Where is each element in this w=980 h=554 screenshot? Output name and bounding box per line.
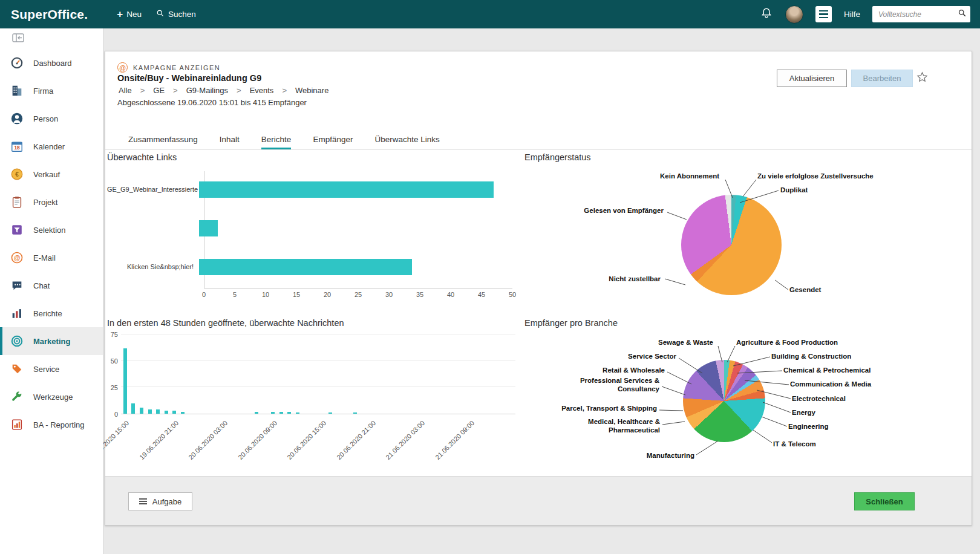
- x-axis-tick-label: 21.06.2020 03:00: [384, 419, 426, 461]
- task-button-label: Aufgabe: [152, 497, 181, 506]
- x-axis-tick-label: 25: [354, 291, 362, 298]
- industry-title: Empfänger pro Branche: [524, 318, 618, 328]
- sidebar-item-firma[interactable]: Firma: [0, 77, 103, 105]
- sidebar-item-service[interactable]: Service: [0, 355, 103, 383]
- x-axis-tick-label: 45: [478, 291, 485, 298]
- breadcrumb-separator: >: [282, 86, 287, 95]
- superoffice-logo[interactable]: SuperOffice.: [11, 7, 88, 22]
- sidebar-label: Person: [33, 114, 58, 123]
- x-axis-tick-label: 20.06.2020 09:00: [237, 419, 278, 461]
- sidebar-label: Verkauf: [33, 170, 60, 179]
- close-button[interactable]: Schließen: [854, 492, 915, 510]
- breadcrumb-separator: >: [173, 86, 178, 95]
- tab-empfaenger[interactable]: Empfänger: [313, 135, 353, 149]
- sidebar-label: Service: [33, 365, 59, 374]
- sidebar-item-projekt[interactable]: Projekt: [0, 188, 103, 216]
- edit-button[interactable]: Bearbeiten: [851, 70, 913, 87]
- sidebar-label: Firma: [33, 86, 53, 96]
- favorite-star-icon[interactable]: [916, 71, 929, 86]
- card-footer: Aufgabe Schließen: [105, 476, 972, 525]
- sidebar-item-person[interactable]: Person: [0, 105, 103, 132]
- campaign-title: Onsite/Buy - Webinareinladung G9: [117, 73, 261, 83]
- vbar-bar: [255, 412, 258, 414]
- sidebar-collapse-button[interactable]: [0, 28, 103, 49]
- x-axis-tick-label: 20.06.2020 21:00: [335, 419, 377, 461]
- sidebar-item-werkzeuge[interactable]: Werkzeuge: [0, 383, 103, 411]
- hbar-track: [199, 220, 512, 236]
- search-menu-button[interactable]: Suchen: [156, 9, 196, 19]
- sidebar-item-email[interactable]: @ E-Mail: [0, 244, 103, 272]
- pie-label-manufacturing: Manufacturing: [610, 452, 694, 460]
- tracked-links-chart: GE_G9_Webinar_InteressierteKlicken Sie&n…: [107, 170, 518, 299]
- tracked-links-axis: 05101520253035404550: [204, 288, 512, 299]
- vbar-bar: [140, 408, 143, 414]
- new-button-label: Neu: [126, 10, 142, 19]
- x-axis-tick-label: 30: [385, 291, 393, 298]
- pie-label-it-telecom: IT & Telecom: [773, 440, 816, 449]
- tab-zusammenfassung[interactable]: Zusammenfassung: [128, 135, 198, 149]
- help-link[interactable]: Hilfe: [844, 10, 860, 19]
- vbar-bar: [123, 348, 127, 414]
- breadcrumb: Alle>GE>G9-Mailings>Events>Webinare: [119, 86, 328, 95]
- pie-label-nicht-zustellbar: Nicht zustellbar: [582, 275, 661, 284]
- tab-berichte[interactable]: Berichte: [261, 135, 292, 149]
- sidebar-item-selektion[interactable]: Selektion: [0, 216, 103, 244]
- recipient-status-panel: Kein Abonnement Zu viele erfolglose Zust…: [524, 166, 969, 318]
- email-at-icon: @: [10, 250, 24, 265]
- breadcrumb-item[interactable]: Events: [250, 86, 274, 95]
- tab-ueberwachte-links[interactable]: Überwachte Links: [374, 135, 439, 149]
- x-axis-tick-label: 20.06.2020 15:00: [286, 419, 327, 461]
- hbar-bar: [199, 181, 494, 198]
- breadcrumb-item[interactable]: GE: [153, 86, 165, 95]
- breadcrumb-item[interactable]: Webinare: [295, 86, 328, 95]
- vbar-bar: [156, 409, 160, 414]
- top-bar: SuperOffice. + Neu Suchen Hilfe: [0, 0, 980, 28]
- sidebar-item-dashboard[interactable]: Dashboard: [0, 49, 103, 77]
- tab-inhalt[interactable]: Inhalt: [220, 135, 240, 149]
- campaign-panel: KAMPAGNE ANZEIGEN Onsite/Buy - Webinarei…: [105, 51, 972, 526]
- dashboard-gauge-icon: [10, 56, 24, 70]
- sidebar-item-berichte[interactable]: Berichte: [0, 299, 103, 327]
- branche-pie: [683, 360, 765, 442]
- x-axis-tick-label: 20.06.2020 03:00: [187, 419, 229, 461]
- refresh-button[interactable]: Aktualisieren: [777, 70, 847, 87]
- sidebar-label: Werkzeuge: [33, 393, 73, 402]
- fulltext-search-box: [872, 6, 970, 22]
- marketing-target-icon: [10, 334, 24, 348]
- pie-label-electrotechnical: Electrotechnical: [792, 395, 846, 403]
- vbar-bar: [148, 409, 152, 414]
- sales-coin-icon: €: [10, 167, 24, 181]
- sidebar-label: Selektion: [33, 226, 65, 235]
- app-menu-icon[interactable]: [815, 6, 832, 22]
- campaign-tabs: Zusammenfassung Inhalt Berichte Empfänge…: [105, 130, 972, 150]
- sidebar-item-verkauf[interactable]: € Verkauf: [0, 160, 103, 188]
- sidebar-item-marketing[interactable]: Marketing: [0, 327, 103, 355]
- sidebar-item-chat[interactable]: Chat: [0, 272, 103, 299]
- hbar-category-label: Klicken Sie&nbsp;hier!: [107, 263, 199, 270]
- sidebar-item-kalender[interactable]: 18 Kalender: [0, 132, 103, 160]
- company-building-icon: [10, 83, 24, 98]
- x-axis-tick-label: 10: [262, 291, 269, 298]
- notifications-bell-icon[interactable]: [760, 7, 773, 22]
- breadcrumb-item[interactable]: G9-Mailings: [186, 86, 228, 95]
- x-axis-tick-label: 0: [202, 291, 206, 298]
- x-axis-tick-label: 15: [293, 291, 300, 298]
- svg-text:@: @: [14, 254, 21, 261]
- breadcrumb-separator: >: [140, 86, 145, 95]
- vbar-bar: [353, 412, 357, 414]
- tools-wrench-icon: [10, 389, 24, 404]
- fulltext-search-icon[interactable]: [958, 8, 967, 20]
- status-pie: [681, 195, 782, 295]
- breadcrumb-item[interactable]: Alle: [119, 86, 132, 95]
- pie-label-sewage-waste: Sewage & Waste: [622, 339, 713, 347]
- hbar-bar: [199, 259, 412, 275]
- task-button[interactable]: Aufgabe: [128, 492, 192, 510]
- vbar-bar: [279, 412, 283, 414]
- fulltext-search-input[interactable]: [877, 10, 958, 19]
- person-icon: [10, 111, 24, 126]
- sidebar-item-ba-reporting[interactable]: BA - Reporting: [0, 411, 103, 438]
- x-axis-tick-label: 5: [233, 291, 237, 298]
- new-button[interactable]: + Neu: [117, 9, 142, 19]
- calendar-icon: 18: [10, 139, 24, 154]
- user-avatar[interactable]: [785, 5, 803, 24]
